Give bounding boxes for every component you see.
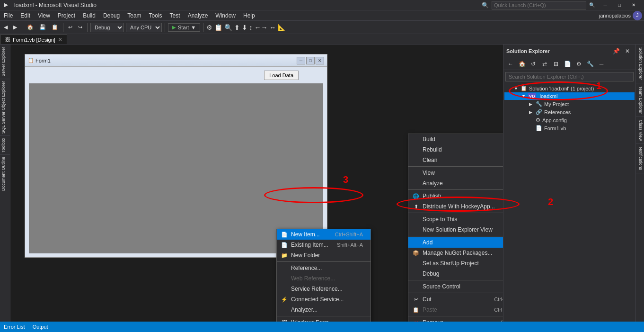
solution-explorer-title: Solution Explorer (506, 48, 550, 54)
sidebar-team-explorer[interactable]: Team Explorer (636, 83, 644, 117)
menu-window[interactable]: Window (212, 10, 239, 21)
ctx-source-control[interactable]: Source Control ▶ (408, 281, 503, 292)
ctx-cut[interactable]: ✂ Cut Ctrl+X (408, 294, 503, 305)
form-designer: 📋 Form1 ─ □ ✕ Load Data (25, 54, 327, 258)
menu-windows-form[interactable]: 🖼 Windows Form... (277, 317, 371, 322)
sol-exp-pin[interactable]: 📌 (611, 46, 621, 56)
tree-solution[interactable]: ▼ 📋 Solution 'loadxml' (1 project) (504, 84, 635, 92)
sidebar-notifications[interactable]: Notifications (636, 144, 644, 173)
error-list-tab[interactable]: Error List (4, 324, 25, 330)
ctx-sep5 (408, 280, 503, 280)
sol-btn-settings[interactable]: 🔧 (585, 59, 595, 69)
tree-app-config[interactable]: ▶ ⚙ App.config (504, 116, 635, 124)
toolbar-home[interactable]: 🏠 (25, 23, 35, 31)
menu-analyze[interactable]: Analyze (184, 10, 212, 21)
menu-tools[interactable]: Tools (145, 10, 166, 21)
sol-label: Solution 'loadxml' (1 project) (529, 86, 594, 91)
menu-view[interactable]: View (34, 10, 54, 21)
toolbar-back[interactable]: ◀ (2, 23, 9, 31)
sol-btn-show-files[interactable]: 📄 (562, 59, 573, 69)
ctx-new-sol-view[interactable]: New Solution Explorer View (408, 224, 503, 235)
platform-dropdown[interactable]: Any CPU (126, 23, 162, 32)
toolbar-redo[interactable]: ↪ (76, 23, 84, 31)
sol-btn-sync[interactable]: ⇄ (539, 59, 550, 69)
tree-references[interactable]: ▶ 🔗 References (504, 108, 635, 116)
sidebar-solution-explorer[interactable]: Solution Explorer (636, 45, 644, 83)
sol-btn-collapse[interactable]: ⊟ (551, 59, 561, 69)
menu-edit[interactable]: Edit (17, 10, 34, 21)
toolbar-undo[interactable]: ↩ (66, 23, 74, 31)
menu-connected-service[interactable]: ⚡ Connected Service... (277, 294, 371, 305)
menu-test[interactable]: Test (166, 10, 184, 21)
sol-btn-refresh[interactable]: ↺ (528, 59, 538, 69)
output-tab[interactable]: Output (33, 324, 48, 330)
sol-btn-back[interactable]: ← (505, 59, 516, 69)
ctx-analyze[interactable]: Analyze ▶ (408, 178, 503, 188)
close-button[interactable]: ✕ (627, 0, 640, 10)
sidebar-document-outline[interactable]: Document Outline (0, 154, 10, 193)
debug-mode-dropdown[interactable]: Debug Release (90, 23, 124, 32)
form-minimize[interactable]: ─ (297, 57, 305, 64)
tree-form1-vb[interactable]: ▶ 📄 Form1.vb (504, 124, 635, 132)
ctx-clean[interactable]: Clean (408, 155, 503, 165)
publish-label: Publish... (423, 193, 446, 199)
tab-form1-design[interactable]: 🖼 Form1.vb [Design] ✕ (0, 35, 67, 44)
ctx-rebuild[interactable]: Rebuild (408, 144, 503, 155)
menu-team[interactable]: Team (124, 10, 145, 21)
ctx-add[interactable]: Add ▶ (408, 237, 503, 248)
menu-new-folder[interactable]: 📁 New Folder (277, 250, 371, 260)
sidebar-sql-explorer[interactable]: SQL Server Object Explorer (0, 79, 10, 135)
menu-reference[interactable]: Reference... (277, 263, 371, 273)
toolbar-forward[interactable]: ▶ (11, 23, 19, 31)
window-controls: ─ □ ✕ (599, 0, 640, 10)
tab-bar: 🖼 Form1.vb [Design] ✕ (0, 34, 644, 45)
sidebar-toolbox[interactable]: Toolbox (0, 135, 10, 154)
sol-exp-search-input[interactable] (505, 72, 634, 81)
paste-label: Paste (423, 306, 437, 313)
ctx-debug[interactable]: Debug ▶ (408, 269, 503, 279)
menu-analyzer[interactable]: Analyzer... (277, 305, 371, 315)
form-maximize[interactable]: □ (306, 57, 315, 64)
load-data-button[interactable]: Load Data (264, 71, 299, 80)
form-close[interactable]: ✕ (316, 57, 324, 64)
sol-exp-close[interactable]: ✕ (622, 46, 633, 56)
tab-close-button[interactable]: ✕ (58, 37, 62, 42)
ctx-scope[interactable]: Scope to This (408, 214, 503, 224)
menu-new-item[interactable]: 📄 New Item... Ctrl+Shift+A (277, 229, 371, 240)
sol-btn-pin2[interactable]: ─ (596, 59, 607, 69)
ctx-sep4 (408, 236, 503, 236)
paste-icon: 📋 (412, 307, 420, 313)
sol-btn-filter[interactable]: ⚙ (573, 59, 584, 69)
minimize-button[interactable]: ─ (599, 0, 612, 10)
status-bar: Error List Output (0, 322, 644, 332)
toolbar-save-all[interactable]: 📋 (50, 23, 60, 31)
start-button[interactable]: ▶ Start ▼ (168, 23, 200, 32)
menu-help[interactable]: Help (239, 10, 259, 21)
menu-file[interactable]: File (0, 10, 17, 21)
app-config-label: App.config (542, 117, 567, 123)
ctx-view[interactable]: View ▶ (408, 168, 503, 178)
user-label: jannopalacios (599, 13, 631, 18)
toolbar-sep-1 (22, 23, 22, 32)
sidebar-server-explorer[interactable]: Server Explorer (0, 45, 10, 79)
ctx-hockey[interactable]: ⬆ Distribute With HockeyApp... (408, 201, 503, 212)
sol-btn-home[interactable]: 🏠 (517, 59, 527, 69)
menu-build[interactable]: Build (79, 10, 99, 21)
menu-existing-item[interactable]: 📄 Existing Item... Shift+Alt+A (277, 240, 371, 250)
tree-my-project[interactable]: ▶ 🔧 My Project (504, 100, 635, 108)
toolbar: ◀ ▶ 🏠 💾 📋 ↩ ↪ Debug Release Any CPU ▶ St… (0, 21, 644, 34)
ctx-remove[interactable]: ✕ Remove Del (408, 317, 503, 322)
menu-service-reference[interactable]: Service Reference... (277, 284, 371, 294)
ctx-build[interactable]: Build (408, 134, 503, 144)
ctx-nuget[interactable]: 📦 Manage NuGet Packages... (408, 248, 503, 258)
menu-project[interactable]: Project (54, 10, 79, 21)
maximize-button[interactable]: □ (613, 0, 626, 10)
ctx-publish[interactable]: 🌐 Publish... (408, 191, 503, 201)
ctx-startup[interactable]: Set as StartUp Project (408, 258, 503, 269)
sidebar-class-view[interactable]: Class View (636, 117, 644, 144)
start-dropdown-arrow: ▼ (191, 25, 196, 30)
tree-project-loadxml[interactable]: ▼ VB loadxml (504, 92, 635, 100)
quick-launch-input[interactable] (492, 1, 586, 9)
toolbar-save[interactable]: 💾 (37, 23, 48, 31)
menu-debug[interactable]: Debug (99, 10, 124, 21)
